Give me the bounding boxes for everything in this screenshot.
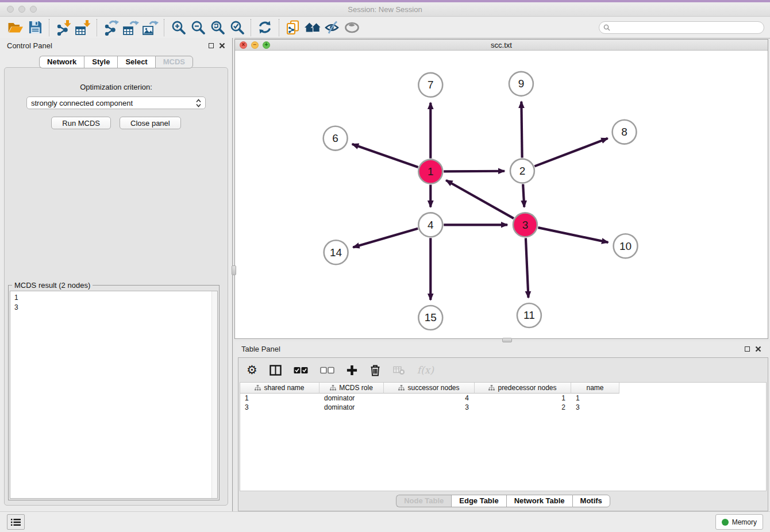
tab-mcds[interactable]: MCDS (155, 56, 193, 68)
export-network-button[interactable] (101, 18, 121, 37)
close-network-button[interactable]: × (240, 41, 247, 49)
search-input[interactable] (613, 23, 760, 32)
network-window-controls: × − + (240, 41, 270, 49)
node-table: shared nameMCDS rolesuccessor nodesprede… (240, 382, 767, 491)
run-mcds-button[interactable]: Run MCDS (51, 117, 111, 129)
deselect-all-button[interactable] (320, 363, 334, 377)
zoom-window-button[interactable] (30, 6, 37, 13)
table-cell-successor-nodes[interactable]: 3 (384, 403, 475, 412)
table-row[interactable]: 1dominator411 (240, 394, 766, 403)
table-settings-button[interactable]: ⚙ (247, 363, 257, 377)
table-cell-predecessor-nodes[interactable]: 2 (475, 403, 571, 412)
zoom-out-button[interactable] (188, 18, 207, 37)
graph-edge-2-9[interactable] (521, 102, 522, 158)
control-panel-tabs: NetworkStyleSelectMCDS (0, 56, 232, 68)
graph-edge-3-1[interactable] (446, 180, 514, 218)
search-box[interactable] (599, 21, 764, 34)
network-window-titlebar: × − + scc.txt (235, 40, 768, 51)
column-header-mcds-role[interactable]: MCDS role (319, 383, 384, 394)
column-header-label: MCDS role (339, 384, 373, 392)
table-cell-predecessor-nodes[interactable]: 1 (475, 394, 571, 403)
column-header-label: predecessor nodes (498, 384, 556, 392)
float-panel-button[interactable] (209, 43, 214, 48)
graph-edge-1-6[interactable] (352, 144, 418, 167)
mcds-result-list: 13 (10, 291, 218, 499)
tab-select[interactable]: Select (117, 56, 155, 68)
table-cell-shared-name[interactable]: 1 (240, 394, 319, 403)
close-panel-icon[interactable] (219, 43, 225, 49)
graph-edge-1-2[interactable] (444, 171, 505, 172)
home-button[interactable] (303, 18, 322, 37)
attribute-tree-icon (330, 385, 336, 391)
table-panel-header: Table Panel (234, 341, 768, 356)
tab-motifs[interactable]: Motifs (572, 495, 610, 507)
float-table-panel-button[interactable] (745, 346, 750, 352)
zoom-selected-button[interactable] (227, 18, 247, 37)
control-panel: Control Panel NetworkStyleSelectMCDS Opt… (0, 38, 233, 511)
clone-network-icon (285, 20, 301, 36)
graph-node-label-15: 15 (425, 311, 437, 323)
tab-style[interactable]: Style (84, 56, 117, 68)
table-cell-successor-nodes[interactable]: 4 (384, 394, 475, 403)
add-row-button[interactable] (346, 363, 357, 377)
status-bar: Memory (0, 511, 770, 532)
minimize-window-button[interactable] (18, 6, 25, 13)
criterion-dropdown[interactable]: strongly connected component (26, 97, 206, 109)
import-table-button[interactable] (73, 18, 93, 37)
zoom-in-button[interactable] (168, 18, 188, 37)
split-columns-button[interactable] (270, 363, 282, 377)
table-row[interactable]: 3dominator323 (240, 403, 766, 412)
table-toolbar: ⚙ (238, 358, 768, 382)
control-panel-header: Control Panel (0, 38, 232, 53)
table-cell-name[interactable]: 1 (571, 394, 619, 403)
graph-edge-3-11[interactable] (526, 238, 529, 298)
export-image-button[interactable] (140, 18, 160, 37)
graph-edge-2-3[interactable] (523, 184, 524, 207)
column-header-name[interactable]: name (571, 383, 619, 394)
table-cell-mcds-role[interactable]: dominator (319, 394, 384, 403)
tab-edge-table[interactable]: Edge Table (451, 495, 506, 507)
maximize-network-button[interactable]: + (263, 41, 270, 49)
mcds-result-item[interactable]: 3 (14, 303, 217, 313)
tab-network-table[interactable]: Network Table (506, 495, 572, 507)
birds-eye-view-button[interactable] (342, 18, 361, 37)
show-task-history-button[interactable] (7, 514, 25, 530)
table-cell-mcds-role[interactable]: dominator (319, 403, 384, 412)
graph-edge-4-14[interactable] (353, 229, 418, 248)
function-builder-button[interactable]: f(x) (417, 363, 434, 377)
save-session-button[interactable] (25, 18, 45, 37)
minimize-network-button[interactable]: − (251, 41, 259, 49)
close-window-button[interactable] (7, 6, 14, 13)
table-cell-shared-name[interactable]: 3 (240, 403, 319, 412)
table-cell-name[interactable]: 3 (571, 403, 619, 412)
tab-network[interactable]: Network (39, 56, 84, 68)
result-scrollbar[interactable] (211, 291, 217, 498)
zoom-fit-icon (210, 20, 225, 35)
tab-node-table[interactable]: Node Table (396, 495, 451, 507)
graph-edge-2-8[interactable] (534, 138, 607, 167)
clone-network-button[interactable] (283, 18, 303, 37)
close-panel-button[interactable]: Close panel (120, 117, 181, 129)
open-session-button[interactable] (6, 18, 25, 37)
mcds-result-item[interactable]: 1 (14, 293, 217, 303)
delete-row-button[interactable] (369, 363, 381, 377)
network-graph[interactable]: 7968124314101511 (235, 51, 768, 339)
apply-layout-button[interactable] (255, 18, 275, 37)
delete-table-button[interactable] (393, 363, 405, 377)
export-table-button[interactable] (121, 18, 140, 37)
memory-button[interactable]: Memory (715, 514, 763, 530)
column-header-successor-nodes[interactable]: successor nodes (384, 383, 475, 394)
mcds-result-group: MCDS result (2 nodes) 13 (8, 285, 220, 500)
column-header-shared-name[interactable]: shared name (240, 383, 319, 394)
hide-labels-button[interactable] (322, 18, 342, 37)
graph-node-label-6: 6 (332, 132, 338, 144)
column-header-predecessor-nodes[interactable]: predecessor nodes (475, 383, 571, 394)
import-network-button[interactable] (53, 18, 73, 37)
graph-node-label-11: 11 (523, 309, 535, 321)
close-table-panel-icon[interactable] (755, 346, 761, 352)
open-folder-icon (7, 20, 24, 35)
graph-edge-3-10[interactable] (538, 228, 608, 242)
select-all-button[interactable] (294, 363, 308, 377)
zoom-fit-button[interactable] (207, 18, 227, 37)
network-canvas[interactable]: 7968124314101511 (235, 51, 768, 339)
